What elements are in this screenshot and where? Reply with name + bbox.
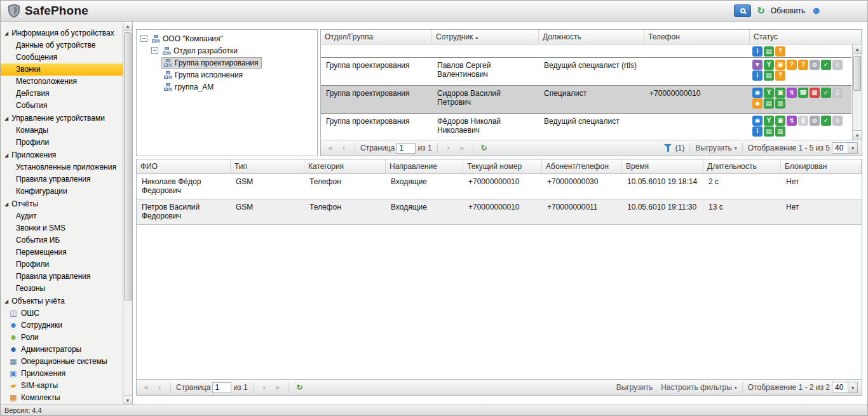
sidebar-item[interactable]: Звонки и SMS	[1, 222, 123, 234]
collapse-icon[interactable]: −	[140, 35, 147, 42]
column-header[interactable]: Направление	[386, 159, 463, 173]
next-page-button[interactable]: ›	[259, 382, 270, 393]
sidebar-item[interactable]: ▩Геозоны	[1, 404, 123, 405]
scroll-down-icon[interactable]: ▼	[853, 130, 862, 140]
sidebar-item[interactable]: Геозоны	[1, 283, 123, 295]
column-header[interactable]: Должность	[539, 30, 644, 44]
column-header[interactable]: Сотрудник▴	[432, 30, 539, 44]
employee-row-partial[interactable]: i▤?	[321, 44, 851, 58]
sidebar-item[interactable]: События ИБ	[1, 234, 123, 246]
sidebar-item[interactable]: ☻Сотрудники	[1, 319, 123, 332]
tree-node-company[interactable]: − ООО "Компания"	[138, 32, 316, 44]
page-size-value: 40	[832, 383, 848, 392]
page-size-select[interactable]: 40 ▾	[832, 142, 858, 154]
last-page-button[interactable]: »	[272, 382, 283, 393]
sidebar-item[interactable]: Местоположения	[1, 76, 123, 88]
scroll-up-icon[interactable]: ▲	[123, 22, 132, 31]
content-area: − ООО "Компания" − Отдел разработки	[133, 22, 867, 405]
column-header[interactable]: Тип	[231, 159, 304, 173]
scroll-up-icon[interactable]: ▲	[853, 44, 862, 54]
column-header[interactable]: ФИО	[137, 159, 231, 173]
refresh-button[interactable]: Обновить	[771, 6, 805, 15]
call-row[interactable]: Петров Василий ФедоровичGSMТелефонВходящ…	[137, 199, 862, 225]
first-page-button[interactable]: «	[140, 382, 152, 393]
column-header[interactable]: Абонент/телефон	[542, 159, 622, 173]
user-icon[interactable]: ☻	[811, 5, 822, 17]
page-size-select[interactable]: 40 ▾	[832, 382, 858, 393]
column-header[interactable]: Телефон	[644, 30, 750, 44]
export-button[interactable]: Выгрузить	[616, 383, 653, 392]
sidebar-item[interactable]: Сообщения	[1, 51, 123, 64]
sidebar-item[interactable]: ▦Операционные системы	[1, 356, 123, 368]
last-page-button[interactable]: »	[456, 142, 468, 154]
filter-icon[interactable]	[664, 144, 672, 152]
page-size-value: 40	[832, 144, 848, 152]
employees-body: i▤?Группа проектированияПавлов Сергей Ва…	[321, 44, 862, 140]
sidebar-item[interactable]: Профили	[1, 137, 123, 149]
scrollbar-thumb[interactable]	[124, 32, 132, 300]
column-header[interactable]: Текущий номер	[463, 159, 542, 173]
tree-node-group-execution[interactable]: Группа исполнения	[138, 69, 316, 81]
sidebar-section-header[interactable]: ◢Управление устройствами	[1, 112, 123, 124]
refresh-grid-button[interactable]: ↻	[478, 142, 490, 154]
sidebar-item[interactable]: Команды	[1, 124, 123, 137]
refresh-icon[interactable]: ↻	[757, 5, 765, 17]
page-input[interactable]	[212, 382, 231, 393]
column-header[interactable]: Блокирован	[781, 159, 862, 173]
sidebar-item-label: Операционные системы	[21, 357, 107, 366]
employee-row[interactable]: Группа проектированияСидоров Василий Пет…	[321, 86, 851, 114]
column-header[interactable]: Время	[622, 159, 703, 173]
sidebar-item[interactable]: Перемещения	[1, 246, 123, 258]
employees-scrollbar[interactable]: ▲ ▼	[852, 44, 862, 140]
next-page-button[interactable]: ›	[443, 142, 454, 154]
collapse-icon[interactable]: −	[151, 47, 158, 54]
sidebar-item[interactable]: ▦Комплекты	[1, 392, 123, 404]
sidebar-item[interactable]: ▣Приложения	[1, 368, 123, 380]
sidebar-scrollbar[interactable]: ▲ ▼	[123, 22, 132, 405]
configure-filters-button[interactable]: Настроить фильтры ▾	[661, 383, 737, 392]
sidebar-item[interactable]: Данные об устройстве	[1, 39, 123, 51]
sidebar-item[interactable]: Аудит	[1, 210, 123, 222]
first-page-button[interactable]: «	[325, 142, 336, 154]
sidebar-item[interactable]: Правила управления	[1, 173, 123, 185]
sidebar-item-label: Комплекты	[21, 393, 60, 403]
sidebar-item[interactable]: События	[1, 100, 123, 112]
cell: +70000000030	[542, 174, 622, 199]
tree-node-label: Группа проектирования	[175, 58, 259, 67]
employees-rows: i▤?Группа проектированияПавлов Сергей Ва…	[321, 44, 851, 140]
sidebar-item[interactable]: ☻Администраторы	[1, 344, 123, 356]
sidebar-section-header[interactable]: ◢Информация об устройствах	[1, 27, 123, 39]
employee-row[interactable]: Группа проектированияФёдоров Николай Ник…	[321, 114, 851, 140]
column-header[interactable]: Длительность	[703, 159, 781, 173]
prev-page-button[interactable]: ‹	[154, 382, 165, 393]
sidebar-item[interactable]: ▰SIM-карты	[1, 380, 123, 392]
sidebar-section-header[interactable]: ◢Объекты учёта	[1, 295, 123, 307]
sidebar-item[interactable]: ◫ОШС	[1, 307, 123, 319]
sidebar-item[interactable]: Звонки	[1, 64, 123, 76]
sidebar-item[interactable]: Профили	[1, 258, 123, 271]
search-button[interactable]	[734, 4, 751, 17]
sidebar-item[interactable]: Установленные приложения	[1, 161, 123, 173]
column-header[interactable]: Отдел/Группа	[321, 30, 432, 44]
tree-node-group-am[interactable]: группа_АМ	[138, 81, 316, 93]
employee-row[interactable]: Группа проектированияПавлов Сергей Вален…	[321, 58, 851, 86]
sidebar-section-header[interactable]: ◢Приложения	[1, 149, 123, 161]
column-header[interactable]: Категория	[304, 159, 386, 173]
calls-body: Николаев Фёдор ФедоровичGSMТелефонВходящ…	[137, 174, 862, 379]
prev-page-button[interactable]: ‹	[338, 142, 349, 154]
sidebar-section-header[interactable]: ◢Отчёты	[1, 198, 123, 210]
tree-node-group-design[interactable]: Группа проектирования	[138, 57, 316, 69]
scrollbar-thumb[interactable]	[853, 56, 861, 91]
export-button[interactable]: Выгрузить ▾	[695, 144, 737, 152]
column-header[interactable]: Статус	[750, 30, 862, 44]
sidebar-item[interactable]: ☻Роли	[1, 332, 123, 344]
employees-icon: ☻	[9, 321, 18, 330]
call-row[interactable]: Николаев Фёдор ФедоровичGSMТелефонВходящ…	[137, 174, 862, 199]
page-input[interactable]	[397, 143, 416, 154]
sidebar-item[interactable]: Конфигурации	[1, 185, 123, 198]
sidebar-item[interactable]: Действия	[1, 88, 123, 100]
refresh-grid-button[interactable]: ↻	[294, 382, 306, 393]
scroll-down-icon[interactable]: ▼	[123, 395, 132, 405]
sidebar-item[interactable]: Правила управления	[1, 271, 123, 283]
tree-node-department[interactable]: − Отдел разработки	[138, 44, 316, 57]
